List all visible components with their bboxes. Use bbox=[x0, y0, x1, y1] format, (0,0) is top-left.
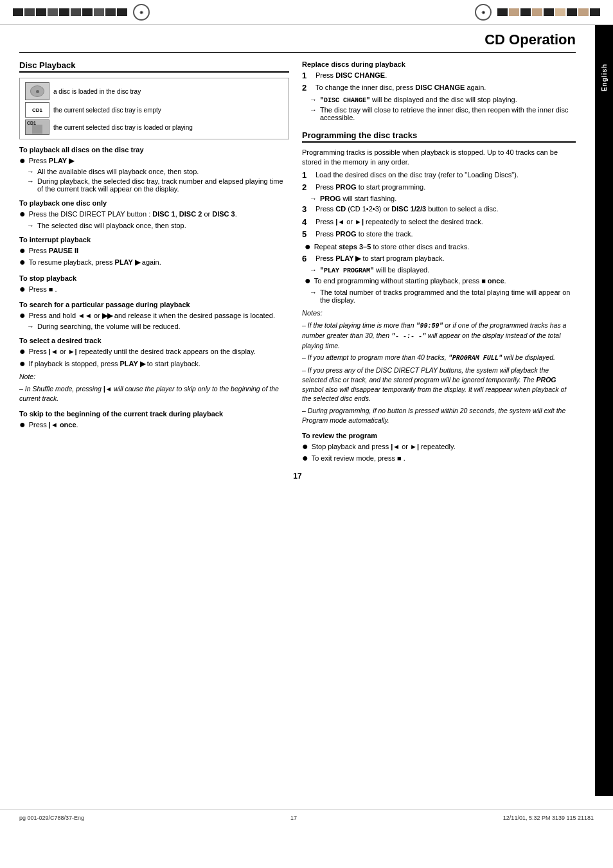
playback-all-header: To playback all discs on the disc tray bbox=[19, 146, 289, 154]
note-4: – During programming, if no button is pr… bbox=[302, 406, 576, 425]
bullet-dot-9: ● bbox=[19, 420, 26, 430]
review-bullet-1: ● Stop playback and press |◄ or ►| repea… bbox=[302, 442, 576, 452]
prog-step-4: 4 Press |◄ or ►| repeatedly to select th… bbox=[302, 217, 576, 227]
review-bullet-2: ● To exit review mode, press ■ . bbox=[302, 454, 576, 463]
bullet-play: ● Press PLAY ▶ bbox=[19, 156, 289, 166]
bullet-dot: ● bbox=[19, 155, 26, 166]
replace-step-1-text: Press DISC CHANGE. bbox=[315, 71, 576, 80]
notes-label: Notes: bbox=[302, 309, 576, 317]
page-number-center: 17 bbox=[19, 472, 576, 481]
num-1: 1 bbox=[302, 71, 312, 80]
prog-step-5: 5 Press PROG to store the track. bbox=[302, 229, 576, 239]
note-content: – In Shuffle mode, pressing |◄ will caus… bbox=[19, 384, 289, 403]
top-deco-right: ⊕ bbox=[471, 4, 600, 21]
prog-repeat: ● Repeat steps 3–5 to store other discs … bbox=[302, 242, 576, 252]
arrow-sym-2: → bbox=[27, 177, 35, 185]
review-bullet-1-text: Stop playback and press |◄ or ►| repeate… bbox=[312, 442, 576, 452]
arrow-prog-2: → PROG will start flashing. bbox=[302, 195, 576, 202]
prog-step-4-text: Press |◄ or ►| repeatedly to select the … bbox=[315, 217, 576, 227]
arrow-sym: → bbox=[27, 168, 35, 175]
arrow-sym-r1: → bbox=[310, 96, 317, 103]
select-track-header: To select a desired track bbox=[19, 337, 289, 344]
prog-step-2-text: Press PROG to start programming. bbox=[315, 182, 576, 192]
skip-header: To skip to the beginning of the current … bbox=[19, 410, 289, 418]
review-header: To review the program bbox=[302, 432, 576, 439]
prog-step-3: 3 Press CD (CD 1•2•3) or DISC 1/2/3 butt… bbox=[302, 204, 576, 214]
replace-step-2: 2 To change the inner disc, press DISC C… bbox=[302, 83, 576, 93]
bullet-dot-prog-end: ● bbox=[305, 276, 311, 286]
arrow-sym-4: → bbox=[27, 323, 35, 330]
prog-step-5-text: Press PROG to store the track. bbox=[315, 229, 576, 239]
content-wrapper: CD Operation Disc Playback a d bbox=[0, 25, 613, 796]
prog-end: ● To end programming without starting pl… bbox=[302, 276, 576, 286]
arrow-one-disc-text: The selected disc will playback once, th… bbox=[37, 222, 186, 229]
bullet-dot-review-1: ● bbox=[302, 441, 308, 452]
arrow-play-1: → All the available discs will playback … bbox=[19, 168, 289, 175]
arrow-replace-2: → The disc tray will close to retrieve t… bbox=[302, 106, 576, 121]
arrow-sym-3: → bbox=[27, 222, 35, 229]
main-content: CD Operation Disc Playback a d bbox=[0, 25, 595, 796]
interrupt-header: To interrupt playback bbox=[19, 236, 289, 244]
playback-one-header: To playback one disc only bbox=[19, 199, 289, 207]
bullet-select-1: ● Press |◄ or ►| repeatedly until the de… bbox=[19, 347, 289, 357]
select-note: Note: – In Shuffle mode, pressing |◄ wil… bbox=[19, 373, 289, 403]
prog-num-1: 1 bbox=[302, 170, 312, 180]
arrow-prog-end-text: The total number of tracks programmed an… bbox=[320, 288, 576, 304]
bullet-search: ● Press and hold ◄◄ or ▶▶ and release it… bbox=[19, 311, 289, 321]
bullet-search-text: Press and hold ◄◄ or ▶▶ and release it w… bbox=[29, 311, 289, 321]
disc-row-1: a disc is loaded in the disc tray bbox=[25, 82, 283, 100]
prog-num-4: 4 bbox=[302, 217, 312, 227]
disc-icon-loaded bbox=[25, 82, 49, 100]
bullet-select-2-text: If playback is stopped, press PLAY ▶ to … bbox=[29, 359, 289, 369]
bullet-dot-5: ● bbox=[19, 284, 26, 294]
prog-num-6: 6 bbox=[302, 254, 312, 263]
bullet-dot-4: ● bbox=[19, 257, 26, 267]
bullet-resume: ● To resume playback, press PLAY ▶ again… bbox=[19, 258, 289, 267]
bullet-pause-text: Press PAUSE II bbox=[29, 246, 289, 256]
prog-repeat-text: Repeat steps 3–5 to store other discs an… bbox=[314, 242, 576, 252]
bullet-dot-7: ● bbox=[19, 346, 26, 357]
disc-row-2: CD1 the current selected disc tray is em… bbox=[25, 102, 283, 118]
bullet-one-disc-text: Press the DISC DIRECT PLAY button : DISC… bbox=[29, 209, 289, 219]
arrow-sym-pend: → bbox=[310, 288, 317, 296]
note-label: Note: bbox=[19, 373, 35, 380]
stop-header: To stop playback bbox=[19, 274, 289, 282]
bullet-dot-review-2: ● bbox=[302, 453, 308, 463]
arrow-one-disc: → The selected disc will playback once, … bbox=[19, 222, 289, 229]
arrow-prog-6-text: "PLAY PROGRAM" will be displayed. bbox=[320, 266, 429, 274]
bullet-dot-3: ● bbox=[19, 245, 26, 256]
arrow-replace-1: → "DISC CHANGE" will be displayed and th… bbox=[302, 96, 576, 104]
arrow-prog-2-text: PROG will start flashing. bbox=[320, 195, 396, 202]
compass-icon-right: ⊕ bbox=[475, 4, 492, 21]
arrow-play-2: → During playback, the selected disc tra… bbox=[19, 177, 289, 193]
arrow-replace-1-text: "DISC CHANGE" will be displayed and the … bbox=[320, 96, 517, 104]
bullet-skip: ● Press |◄ once. bbox=[19, 420, 289, 430]
bullet-dot-2: ● bbox=[19, 209, 26, 219]
left-column: Disc Playback a disc is loaded in the di… bbox=[19, 60, 289, 465]
disc-icon-playing: CD1 bbox=[25, 120, 49, 135]
arrow-play-2-text: During playback, the selected disc tray,… bbox=[37, 177, 289, 193]
num-2: 2 bbox=[302, 83, 312, 93]
arrow-search-text: During searching, the volume will be red… bbox=[37, 323, 181, 330]
bullet-dot-6: ● bbox=[19, 310, 26, 321]
arrow-play-1-text: All the available discs will playback on… bbox=[37, 168, 199, 175]
prog-step-1-text: Load the desired discs on the disc tray … bbox=[315, 170, 576, 180]
bullet-dot-prog: ● bbox=[305, 242, 311, 252]
notes-content: – If the total playing time is more than… bbox=[302, 321, 576, 425]
two-column-layout: Disc Playback a disc is loaded in the di… bbox=[19, 60, 576, 465]
arrow-replace-2-text: The disc tray will close to retrieve the… bbox=[320, 106, 576, 121]
prog-notes: Notes: – If the total playing time is mo… bbox=[302, 309, 576, 425]
arrow-sym-p6: → bbox=[310, 266, 317, 274]
bullet-skip-text: Press |◄ once. bbox=[29, 420, 289, 430]
right-column: Replace discs during playback 1 Press DI… bbox=[302, 60, 576, 465]
bullet-one-disc: ● Press the DISC DIRECT PLAY button : DI… bbox=[19, 209, 289, 219]
prog-step-6-text: Press PLAY ▶ to start program playback. bbox=[315, 254, 576, 263]
arrow-search: → During searching, the volume will be r… bbox=[19, 323, 289, 330]
arrow-sym-p2: → bbox=[310, 195, 317, 202]
top-header: ⊕ ⊕ bbox=[0, 0, 613, 25]
search-header: To search for a particular passage durin… bbox=[19, 301, 289, 308]
disc-row-3: CD1 the current selected disc tray is lo… bbox=[25, 120, 283, 135]
disc-row-2-label: the current selected disc tray is empty bbox=[53, 107, 161, 114]
bullet-select-1-text: Press |◄ or ►| repeatedly until the desi… bbox=[29, 347, 289, 357]
right-sidebar: English bbox=[595, 25, 613, 796]
